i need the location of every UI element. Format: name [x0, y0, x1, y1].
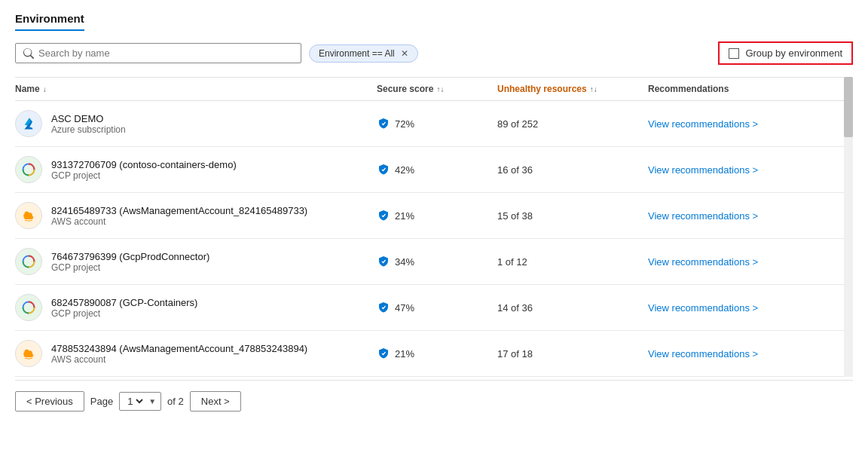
unhealthy-value: 14 of 36 [497, 302, 648, 314]
search-icon [23, 48, 34, 59]
table-row: 682457890087 (GCP-Containers) GCP projec… [15, 285, 853, 331]
shield-icon [377, 347, 390, 360]
row-name: 824165489733 (AwsManagementAccount_82416… [51, 205, 307, 216]
table-header: Name ↓ Secure score ↑↓ Unhealthy resourc… [15, 78, 853, 101]
score-value: 47% [395, 302, 414, 314]
name-info: 682457890087 (GCP-Containers) GCP projec… [51, 297, 197, 319]
group-by-label: Group by environment [745, 47, 842, 59]
row-name: 682457890087 (GCP-Containers) [51, 297, 197, 308]
table-row: 931372706709 (contoso-containers-demo) G… [15, 147, 853, 193]
name-info: ASC DEMO Azure subscription [51, 113, 126, 135]
filter-label: Environment == All [319, 48, 395, 59]
row-type: GCP project [51, 308, 197, 319]
toolbar: Environment == All ✕ Group by environmen… [15, 41, 853, 65]
score-cell: 72% [377, 117, 497, 130]
table-row: ASC DEMO Azure subscription 72% 89 of 25… [15, 101, 853, 147]
view-recommendations-link[interactable]: View recommendations > [648, 348, 758, 360]
score-value: 72% [395, 118, 414, 130]
page-label: Page [90, 396, 113, 407]
filter-pill[interactable]: Environment == All ✕ [309, 44, 418, 63]
name-info: 824165489733 (AwsManagementAccount_82416… [51, 205, 307, 227]
name-cell: 764673796399 (GcpProdConnector) GCP proj… [15, 248, 377, 275]
previous-button[interactable]: < Previous [15, 391, 84, 412]
search-box[interactable] [15, 43, 301, 63]
name-cell: 682457890087 (GCP-Containers) GCP projec… [15, 294, 377, 321]
sort-icon-score: ↑↓ [436, 85, 444, 93]
score-cell: 21% [377, 209, 497, 222]
row-type: AWS account [51, 354, 307, 365]
view-recommendations-link[interactable]: View recommendations > [648, 164, 758, 176]
table-row: 824165489733 (AwsManagementAccount_82416… [15, 193, 853, 239]
view-recommendations-link[interactable]: View recommendations > [648, 210, 758, 222]
toolbar-left: Environment == All ✕ [15, 43, 418, 63]
env-icon [15, 340, 42, 367]
rec-link-cell: View recommendations > [648, 348, 853, 360]
unhealthy-value: 16 of 36 [497, 164, 648, 176]
name-info: 764673796399 (GcpProdConnector) GCP proj… [51, 251, 209, 273]
row-name: 478853243894 (AwsManagementAccount_47885… [51, 343, 307, 354]
table-row: 478853243894 (AwsManagementAccount_47885… [15, 331, 853, 377]
env-icon [15, 202, 42, 229]
sort-icon-name: ↓ [43, 85, 47, 93]
view-recommendations-link[interactable]: View recommendations > [648, 118, 758, 130]
row-name: 931372706709 (contoso-containers-demo) [51, 159, 237, 170]
rec-link-cell: View recommendations > [648, 164, 853, 176]
unhealthy-value: 15 of 38 [497, 210, 648, 222]
search-input[interactable] [38, 47, 293, 59]
row-type: GCP project [51, 262, 209, 273]
unhealthy-value: 17 of 18 [497, 348, 648, 360]
table-row: 764673796399 (GcpProdConnector) GCP proj… [15, 239, 853, 285]
score-cell: 34% [377, 255, 497, 268]
rec-link-cell: View recommendations > [648, 118, 853, 130]
scrollbar-track[interactable] [844, 77, 853, 377]
page-title: Environment [15, 12, 84, 31]
shield-icon [377, 209, 390, 222]
score-value: 21% [395, 210, 414, 222]
sort-icon-unhealthy: ↑↓ [590, 85, 598, 93]
col-header-recommendations: Recommendations [648, 84, 853, 94]
scrollbar-thumb[interactable] [844, 77, 853, 137]
name-cell: 931372706709 (contoso-containers-demo) G… [15, 156, 377, 183]
group-by-checkbox[interactable] [729, 48, 739, 59]
shield-icon [377, 163, 390, 176]
score-cell: 21% [377, 347, 497, 360]
row-type: AWS account [51, 216, 307, 227]
score-value: 21% [395, 348, 414, 360]
group-by-environment-box[interactable]: Group by environment [718, 41, 853, 65]
col-header-secure-score[interactable]: Secure score ↑↓ [377, 84, 497, 94]
page-select-wrapper[interactable]: 1 2 ▼ [119, 392, 161, 411]
name-cell: 478853243894 (AwsManagementAccount_47885… [15, 340, 377, 367]
col-header-name[interactable]: Name ↓ [15, 84, 377, 94]
score-value: 34% [395, 256, 414, 268]
rec-link-cell: View recommendations > [648, 210, 853, 222]
table-wrapper: Name ↓ Secure score ↑↓ Unhealthy resourc… [15, 77, 853, 377]
row-type: GCP project [51, 170, 237, 181]
score-cell: 42% [377, 163, 497, 176]
row-type: Azure subscription [51, 124, 126, 135]
name-cell: 824165489733 (AwsManagementAccount_82416… [15, 202, 377, 229]
col-header-unhealthy[interactable]: Unhealthy resources ↑↓ [497, 84, 648, 94]
table-body: ASC DEMO Azure subscription 72% 89 of 25… [15, 101, 853, 377]
shield-icon [377, 117, 390, 130]
view-recommendations-link[interactable]: View recommendations > [648, 256, 758, 268]
env-icon [15, 156, 42, 183]
pagination: < Previous Page 1 2 ▼ of 2 Next > [15, 380, 853, 412]
row-name: ASC DEMO [51, 113, 126, 124]
shield-icon [377, 255, 390, 268]
score-value: 42% [395, 164, 414, 176]
chevron-down-icon: ▼ [148, 397, 156, 405]
unhealthy-value: 1 of 12 [497, 256, 648, 268]
filter-close-icon[interactable]: ✕ [401, 48, 408, 59]
unhealthy-value: 89 of 252 [497, 118, 648, 130]
page-select[interactable]: 1 2 [124, 395, 145, 408]
env-icon [15, 110, 42, 137]
name-info: 931372706709 (contoso-containers-demo) G… [51, 159, 237, 181]
next-button[interactable]: Next > [190, 391, 241, 412]
env-icon [15, 248, 42, 275]
view-recommendations-link[interactable]: View recommendations > [648, 302, 758, 314]
shield-icon [377, 301, 390, 314]
env-icon [15, 294, 42, 321]
page-of: of 2 [167, 396, 184, 407]
row-name: 764673796399 (GcpProdConnector) [51, 251, 209, 262]
rec-link-cell: View recommendations > [648, 256, 853, 268]
